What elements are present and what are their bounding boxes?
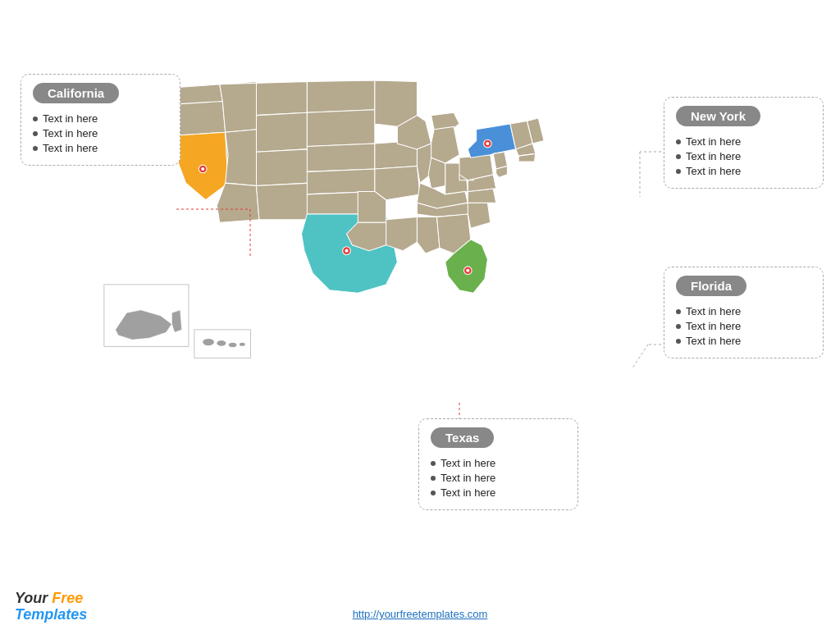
svg-point-62 — [240, 343, 245, 346]
california-item-3: Text in here — [33, 142, 168, 154]
logo-your: Your — [15, 590, 48, 606]
california-title: California — [33, 83, 119, 103]
bullet-icon — [431, 461, 436, 466]
svg-marker-9 — [226, 130, 257, 186]
logo-templates: Templates — [15, 606, 87, 623]
svg-point-60 — [217, 340, 226, 346]
florida-item-2: Text in here — [676, 320, 811, 332]
texas-title: Texas — [431, 427, 494, 448]
florida-item-3: Text in here — [676, 335, 811, 347]
svg-marker-31 — [386, 217, 418, 250]
bullet-icon — [676, 169, 681, 174]
svg-marker-39 — [468, 124, 515, 158]
svg-marker-15 — [307, 169, 375, 194]
bullet-icon — [676, 339, 681, 344]
texas-item-3: Text in here — [431, 486, 566, 499]
newyork-item-3: Text in here — [676, 165, 811, 177]
svg-marker-5 — [220, 81, 259, 132]
california-item-2: Text in here — [33, 127, 168, 139]
texas-item-2: Text in here — [431, 472, 566, 484]
svg-marker-2 — [177, 101, 225, 135]
bullet-icon — [676, 309, 681, 314]
svg-point-54 — [466, 269, 469, 272]
svg-marker-13 — [307, 110, 375, 147]
bullet-icon — [676, 154, 681, 159]
texas-callout: Texas Text in here Text in here Text in … — [418, 418, 578, 510]
svg-marker-11 — [257, 183, 310, 220]
bullet-icon — [431, 491, 436, 495]
svg-point-48 — [201, 167, 204, 171]
logo-free: Free — [52, 590, 83, 606]
bullet-icon — [33, 146, 38, 151]
svg-marker-56 — [116, 310, 172, 340]
bullet-icon — [33, 131, 38, 136]
svg-point-50 — [486, 142, 489, 145]
newyork-callout: New York Text in here Text in here Text … — [664, 97, 824, 189]
svg-marker-34 — [468, 203, 491, 228]
svg-marker-12 — [307, 80, 375, 112]
newyork-item-2: Text in here — [676, 150, 811, 162]
svg-marker-20 — [375, 167, 420, 200]
texas-item-1: Text in here — [431, 457, 566, 469]
svg-marker-14 — [307, 144, 375, 171]
bullet-icon — [431, 476, 436, 481]
california-callout: California Text in here Text in here Tex… — [21, 74, 180, 166]
florida-callout: Florida Text in here Text in here Text i… — [664, 267, 824, 358]
bullet-icon — [676, 324, 681, 329]
bullet-icon — [33, 116, 38, 121]
slide: California Text in here Text in here Tex… — [0, 0, 840, 630]
svg-point-61 — [229, 343, 237, 348]
newyork-item-1: Text in here — [676, 135, 811, 148]
svg-point-52 — [345, 249, 348, 253]
florida-item-1: Text in here — [676, 305, 811, 317]
svg-marker-7 — [257, 112, 308, 152]
footer-link[interactable]: http://yourfreetemplates.com — [353, 608, 488, 620]
svg-marker-10 — [217, 183, 259, 222]
svg-marker-26 — [431, 126, 459, 163]
florida-title: Florida — [676, 276, 746, 296]
svg-point-59 — [203, 339, 214, 345]
svg-marker-27 — [428, 158, 445, 189]
bullet-icon — [676, 139, 681, 144]
logo: Your Free Templates — [15, 591, 87, 623]
svg-marker-32 — [417, 217, 440, 253]
california-item-1: Text in here — [33, 112, 168, 125]
svg-marker-57 — [171, 310, 181, 333]
newyork-title: New York — [676, 106, 760, 126]
svg-marker-8 — [257, 149, 310, 186]
footer: http://yourfreetemplates.com — [0, 608, 840, 620]
